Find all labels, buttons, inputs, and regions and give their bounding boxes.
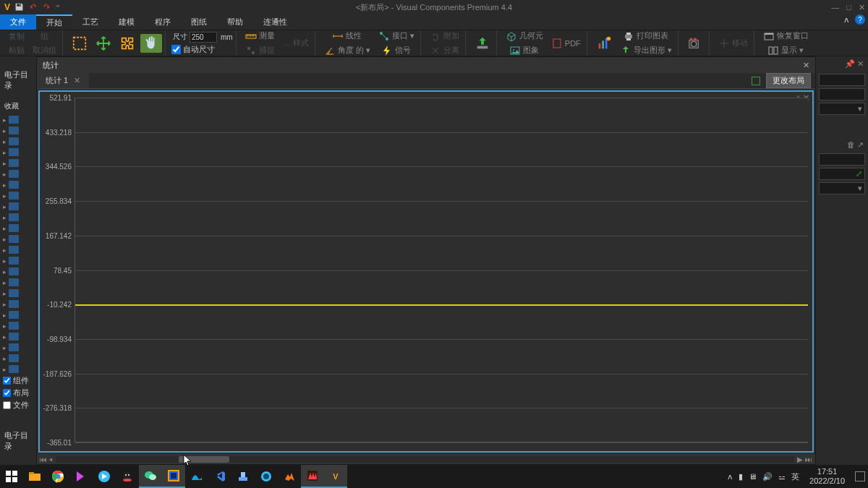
pin-icon[interactable]: 📌 ✕	[816, 56, 868, 72]
layout-indicator-icon[interactable]	[752, 77, 760, 85]
tab-connectivity[interactable]: 连通性	[253, 14, 297, 30]
chrome-icon[interactable]	[46, 465, 69, 488]
folder-item[interactable]: ▸	[0, 114, 36, 125]
redo-icon[interactable]	[42, 2, 51, 13]
folder-item[interactable]: ▸	[0, 255, 36, 266]
tray-expand-icon[interactable]: ʌ	[728, 472, 733, 481]
save-icon[interactable]	[14, 2, 24, 13]
camera-icon[interactable]	[684, 34, 706, 53]
folder-item[interactable]: ▸	[0, 266, 36, 277]
folder-item[interactable]: ▸	[0, 342, 36, 353]
tab-start[interactable]: 开始	[36, 14, 72, 30]
app-icon-3[interactable]	[231, 465, 255, 488]
qq-icon[interactable]	[116, 465, 139, 488]
angle-button[interactable]: 角度 的▾	[321, 43, 373, 58]
folder-item[interactable]: ▸	[0, 320, 36, 331]
folder-item[interactable]: ▸	[0, 223, 36, 234]
import-button[interactable]	[472, 34, 493, 53]
horizontal-scrollbar[interactable]: ⏮ ◀ ▶ ⏭	[37, 454, 815, 464]
prop-row[interactable]: ▾	[819, 182, 865, 194]
print-chart-button[interactable]: 打印图表	[617, 29, 675, 43]
network-icon[interactable]: 🖥	[749, 472, 757, 481]
folder-item[interactable]: ▸	[0, 125, 36, 136]
help-icon[interactable]: ?	[855, 14, 865, 25]
folder-item[interactable]: ▸	[0, 244, 36, 255]
prop-row[interactable]	[819, 74, 865, 86]
show-button[interactable]: 显示▾	[760, 43, 812, 58]
explorer-icon[interactable]	[23, 465, 46, 488]
folder-item[interactable]: ▸	[0, 299, 36, 309]
vmware-icon[interactable]	[162, 465, 185, 488]
tab-model[interactable]: 建模	[109, 14, 145, 30]
prop-row[interactable]: ▾	[819, 103, 865, 115]
folder-item[interactable]: ▸	[0, 158, 36, 168]
wechat-icon[interactable]	[139, 465, 162, 488]
tab-help[interactable]: 帮助	[217, 14, 253, 30]
stats-close-icon[interactable]: ✕	[803, 61, 809, 70]
trash-icon[interactable]: 🗑 ↗	[816, 139, 868, 151]
start-button[interactable]	[0, 465, 23, 488]
folder-item[interactable]: ▸	[0, 309, 36, 320]
undo-icon[interactable]	[28, 2, 38, 13]
prop-row[interactable]: ⤢	[819, 168, 865, 180]
folder-item[interactable]: ▸	[0, 212, 36, 223]
tab-program[interactable]: 程序	[145, 14, 181, 30]
wps-icon[interactable]	[301, 465, 324, 488]
matlab-icon[interactable]	[278, 465, 301, 488]
scroll-left-icon[interactable]: ⏮ ◀	[40, 455, 53, 463]
check-file[interactable]: 文件	[0, 399, 36, 411]
pdf-button[interactable]: PDF	[548, 36, 584, 51]
rect-select-icon[interactable]	[69, 34, 90, 53]
interface-button[interactable]: 接口▾	[375, 29, 417, 43]
tab-close-icon[interactable]: ✕	[74, 76, 80, 85]
move-select-icon[interactable]	[93, 34, 114, 53]
folder-item[interactable]: ▸	[0, 147, 36, 158]
app-icon-2[interactable]	[93, 465, 116, 488]
linear-button[interactable]: 线性	[321, 29, 373, 43]
puzzle-icon[interactable]	[116, 34, 138, 53]
folder-item[interactable]: ▸	[0, 168, 36, 179]
check-components[interactable]: 组件	[0, 374, 36, 387]
size-input[interactable]	[190, 32, 217, 43]
app-icon-4[interactable]	[255, 465, 278, 488]
folder-item[interactable]: ▸	[0, 331, 36, 342]
tab-drawing[interactable]: 图纸	[181, 14, 217, 30]
chart-icon[interactable]	[593, 34, 615, 53]
export-chart-button[interactable]: 导出图形▾	[617, 43, 675, 58]
folder-item[interactable]: ▸	[0, 190, 36, 201]
folder-item[interactable]: ▸	[0, 136, 36, 147]
wifi-icon[interactable]: ⚍	[778, 472, 786, 481]
restore-window-button[interactable]: 恢复窗口	[760, 29, 812, 43]
app-icon-1[interactable]	[69, 465, 93, 488]
vscode-icon[interactable]	[208, 465, 231, 488]
measure-button[interactable]: 测量	[242, 29, 278, 43]
wireshark-icon[interactable]	[185, 465, 208, 488]
image-button[interactable]: 图象	[503, 43, 546, 58]
scrollbar-thumb[interactable]	[179, 456, 229, 463]
folder-item[interactable]: ▸	[0, 234, 36, 244]
qat-dropdown-icon[interactable]: ⁼	[56, 3, 60, 12]
folder-item[interactable]: ▸	[0, 364, 36, 374]
prop-row[interactable]	[819, 88, 865, 100]
volume-icon[interactable]: 🔊	[762, 472, 773, 481]
check-layout[interactable]: 布局	[0, 387, 36, 399]
stats-tab-1[interactable]: 统计 1✕	[37, 73, 89, 88]
folder-item[interactable]: ▸	[0, 288, 36, 299]
collapse-ribbon-icon[interactable]: ʌ	[844, 15, 849, 25]
geometry-button[interactable]: 几何元	[503, 29, 546, 43]
scroll-right-icon[interactable]: ▶ ⏭	[797, 455, 812, 463]
close-icon[interactable]: ✕	[859, 3, 865, 12]
notifications-icon[interactable]	[855, 471, 865, 481]
plot-area[interactable]	[75, 98, 808, 442]
autosize-checkbox[interactable]: 自动尺寸	[171, 44, 233, 55]
folder-item[interactable]: ▸	[0, 353, 36, 364]
folder-item[interactable]: ▸	[0, 179, 36, 190]
maximize-icon[interactable]: □	[846, 3, 851, 12]
prop-row[interactable]	[819, 153, 865, 166]
ime-indicator[interactable]: 英	[791, 471, 799, 482]
hand-icon[interactable]	[140, 34, 162, 53]
file-tab[interactable]: 文件	[0, 14, 36, 30]
tab-process[interactable]: 工艺	[72, 14, 109, 30]
folder-item[interactable]: ▸	[0, 201, 36, 212]
minimize-icon[interactable]: —	[831, 3, 839, 12]
